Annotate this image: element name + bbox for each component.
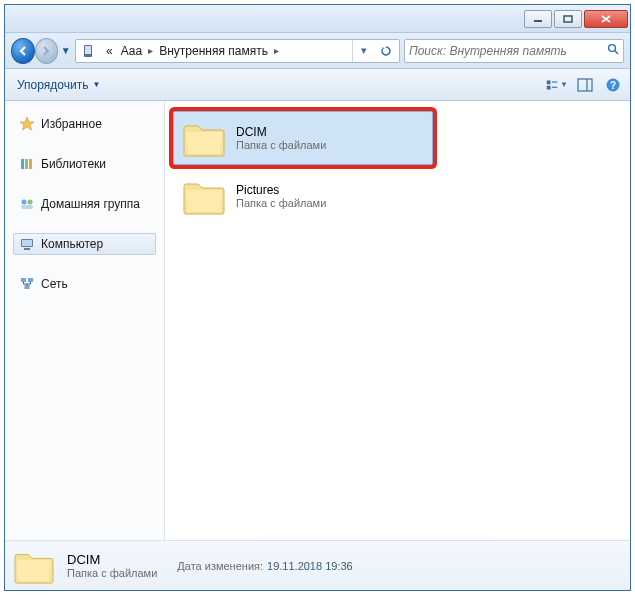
- svg-rect-10: [578, 79, 592, 91]
- svg-point-17: [22, 200, 27, 205]
- sidebar-label: Сеть: [41, 277, 68, 291]
- svg-rect-19: [21, 205, 33, 209]
- sidebar-libraries[interactable]: Библиотеки: [13, 153, 156, 175]
- chevron-right-icon[interactable]: ▸: [146, 45, 155, 56]
- chevron-down-icon: ▼: [92, 80, 100, 89]
- sidebar-favorites[interactable]: Избранное: [13, 113, 156, 135]
- folder-name: Pictures: [236, 183, 326, 197]
- svg-rect-1: [564, 16, 572, 22]
- folder-subtitle: Папка с файлами: [236, 197, 326, 209]
- folder-name: DCIM: [236, 125, 326, 139]
- device-icon: [82, 43, 98, 59]
- svg-rect-22: [24, 248, 30, 250]
- svg-rect-3: [85, 46, 91, 54]
- maximize-button[interactable]: [554, 10, 582, 28]
- search-box[interactable]: [404, 39, 624, 63]
- nav-history-dropdown[interactable]: ▼: [60, 45, 71, 56]
- star-icon: [19, 116, 35, 132]
- details-subtitle: Папка с файлами: [67, 567, 157, 579]
- forward-button[interactable]: [35, 38, 59, 64]
- sidebar-network[interactable]: Сеть: [13, 273, 156, 295]
- svg-rect-25: [25, 285, 30, 289]
- minimize-button[interactable]: [524, 10, 552, 28]
- svg-point-4: [609, 45, 616, 52]
- details-modified: Дата изменения: 19.11.2018 19:36: [177, 560, 352, 572]
- svg-point-18: [28, 200, 33, 205]
- sidebar-label: Избранное: [41, 117, 102, 131]
- sidebar-homegroup[interactable]: Домашняя группа: [13, 193, 156, 215]
- folder-subtitle: Папка с файлами: [236, 139, 326, 151]
- svg-rect-14: [21, 159, 24, 169]
- view-options-button[interactable]: ▼: [546, 74, 568, 96]
- back-button[interactable]: [11, 38, 35, 64]
- breadcrumb-seg-0[interactable]: Ааа: [117, 44, 147, 58]
- sidebar-label: Библиотеки: [41, 157, 106, 171]
- help-button[interactable]: ?: [602, 74, 624, 96]
- network-icon: [19, 276, 35, 292]
- homegroup-icon: [19, 196, 35, 212]
- titlebar: [5, 5, 630, 33]
- svg-rect-24: [28, 278, 33, 282]
- folder-icon: [182, 118, 226, 158]
- svg-rect-15: [25, 159, 28, 169]
- folder-item-dcim[interactable]: DCIM Папка с файлами: [173, 111, 433, 165]
- organize-label: Упорядочить: [17, 78, 88, 92]
- svg-rect-0: [534, 20, 542, 22]
- chevron-right-icon[interactable]: ▸: [272, 45, 281, 56]
- details-pane: DCIM Папка с файлами Дата изменения: 19.…: [5, 540, 630, 590]
- refresh-button[interactable]: [375, 40, 397, 62]
- chevron-down-icon: ▼: [560, 80, 568, 89]
- details-name: DCIM: [67, 552, 157, 567]
- sidebar-label: Домашняя группа: [41, 197, 140, 211]
- folder-icon: [13, 547, 55, 585]
- svg-rect-21: [22, 240, 32, 246]
- explorer-window: ▼ « Ааа ▸ Внутренняя память ▸ ▾: [4, 4, 631, 591]
- svg-line-5: [615, 51, 618, 54]
- history-dropdown-icon[interactable]: ▾: [353, 40, 375, 62]
- address-bar: ▼ « Ааа ▸ Внутренняя память ▸ ▾: [5, 33, 630, 69]
- breadcrumb-prefix: «: [102, 44, 117, 58]
- svg-rect-16: [29, 159, 32, 169]
- libraries-icon: [19, 156, 35, 172]
- svg-rect-7: [547, 85, 551, 89]
- breadcrumb-seg-1[interactable]: Внутренняя память: [155, 44, 272, 58]
- toolbar: Упорядочить ▼ ▼ ?: [5, 69, 630, 101]
- svg-rect-6: [547, 80, 551, 84]
- search-input[interactable]: [409, 44, 607, 58]
- nav-buttons: ▼: [11, 37, 71, 65]
- sidebar: Избранное Библиотеки Домашняя группа: [5, 101, 165, 540]
- breadcrumb[interactable]: « Ааа ▸ Внутренняя память ▸ ▾: [75, 39, 400, 63]
- search-icon[interactable]: [607, 43, 619, 58]
- folder-item-pictures[interactable]: Pictures Папка с файлами: [173, 169, 433, 223]
- preview-pane-button[interactable]: [574, 74, 596, 96]
- sidebar-computer[interactable]: Компьютер: [13, 233, 156, 255]
- close-button[interactable]: [584, 10, 628, 28]
- folder-icon: [182, 176, 226, 216]
- folder-content[interactable]: DCIM Папка с файлами Pictures Папка с фа…: [165, 101, 630, 540]
- svg-text:?: ?: [610, 80, 616, 91]
- organize-button[interactable]: Упорядочить ▼: [11, 74, 106, 96]
- details-modified-value: 19.11.2018 19:36: [267, 560, 353, 572]
- details-modified-label: Дата изменения:: [177, 560, 263, 572]
- svg-rect-23: [21, 278, 26, 282]
- computer-icon: [19, 236, 35, 252]
- sidebar-label: Компьютер: [41, 237, 103, 251]
